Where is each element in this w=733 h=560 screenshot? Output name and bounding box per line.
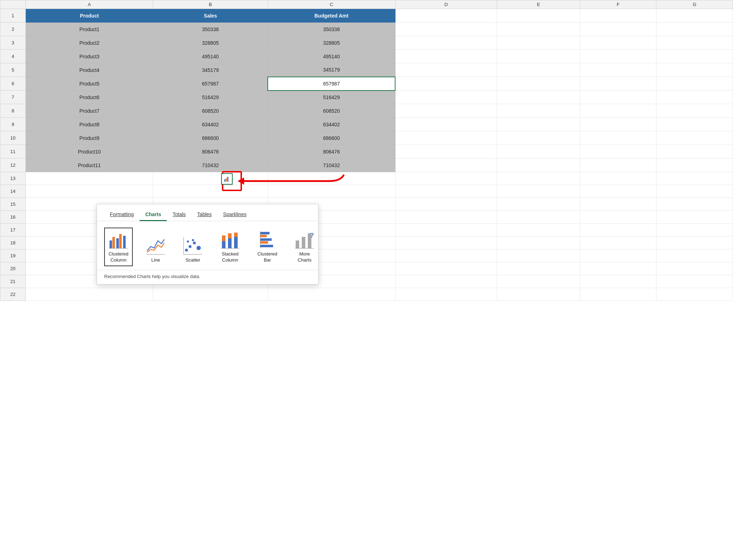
cell-a2[interactable]: Product1 [26,23,153,36]
cell-d7[interactable] [395,91,497,104]
cell-a9[interactable]: Product8 [26,118,153,131]
cell-g3[interactable] [656,36,733,50]
cell-d12[interactable] [395,159,497,172]
cell-c11[interactable]: 806476 [268,145,395,159]
cell-g6[interactable] [656,77,733,91]
cell-c9[interactable]: 634402 [268,118,395,131]
cell-e4[interactable] [497,50,580,63]
cell-e10[interactable] [497,131,580,145]
cell-f5[interactable] [580,63,656,77]
cell-c8[interactable]: 608520 [268,104,395,118]
chart-scatter[interactable]: Scatter [179,234,207,266]
cell-e2[interactable] [497,23,580,36]
tab-charts[interactable]: Charts [140,209,167,221]
cell-g12[interactable] [656,159,733,172]
cell-f1[interactable] [580,9,656,23]
chart-line[interactable]: Line [141,234,170,266]
cell-e9[interactable] [497,118,580,131]
cell-g11[interactable] [656,145,733,159]
cell-e5[interactable] [497,63,580,77]
cell-a6[interactable]: Product5 [26,77,153,91]
cell-f8[interactable] [580,104,656,118]
col-header-e[interactable]: E [497,0,580,9]
tab-formatting[interactable]: Formatting [104,209,140,221]
cell-g8[interactable] [656,104,733,118]
cell-c5[interactable]: 345179 [268,63,395,77]
cell-e6[interactable] [497,77,580,91]
cell-b5[interactable]: 345179 [153,63,268,77]
cell-c3[interactable]: 328805 [268,36,395,50]
cell-b2[interactable]: 350338 [153,23,268,36]
col-header-f[interactable]: F [580,0,656,9]
quick-analysis-button[interactable] [221,173,233,185]
cell-b3[interactable]: 328805 [153,36,268,50]
cell-f3[interactable] [580,36,656,50]
cell-d1[interactable] [395,9,497,23]
cell-f12[interactable] [580,159,656,172]
cell-b10[interactable]: 686600 [153,131,268,145]
cell-b4[interactable]: 495140 [153,50,268,63]
cell-a12[interactable]: Product11 [26,159,153,172]
cell-c12[interactable]: 710432 [268,159,395,172]
col-header-g[interactable]: G [656,0,733,9]
cell-f6[interactable] [580,77,656,91]
cell-d8[interactable] [395,104,497,118]
cell-a4[interactable]: Product3 [26,50,153,63]
cell-b8[interactable]: 608520 [153,104,268,118]
cell-d11[interactable] [395,145,497,159]
header-sales[interactable]: Sales [153,9,268,23]
cell-b9[interactable]: 634402 [153,118,268,131]
col-header-a[interactable]: A [26,0,153,9]
chart-more[interactable]: ? MoreCharts [290,228,319,266]
tab-totals[interactable]: Totals [167,209,191,221]
col-header-c[interactable]: C [268,0,395,9]
chart-clustered-column[interactable]: ClusteredColumn [104,228,133,266]
cell-f11[interactable] [580,145,656,159]
header-product[interactable]: Product [26,9,153,23]
cell-d3[interactable] [395,36,497,50]
cell-e8[interactable] [497,104,580,118]
cell-f2[interactable] [580,23,656,36]
cell-a8[interactable]: Product7 [26,104,153,118]
cell-d4[interactable] [395,50,497,63]
cell-c10[interactable]: 686600 [268,131,395,145]
cell-g4[interactable] [656,50,733,63]
cell-g10[interactable] [656,131,733,145]
cell-d5[interactable] [395,63,497,77]
cell-d10[interactable] [395,131,497,145]
cell-d6[interactable] [395,77,497,91]
cell-e12[interactable] [497,159,580,172]
cell-b12[interactable]: 710432 [153,159,268,172]
cell-c4[interactable]: 495140 [268,50,395,63]
cell-g9[interactable] [656,118,733,131]
cell-a5[interactable]: Product4 [26,63,153,77]
cell-f7[interactable] [580,91,656,104]
cell-b11[interactable]: 806476 [153,145,268,159]
tab-tables[interactable]: Tables [191,209,217,221]
cell-g7[interactable] [656,91,733,104]
cell-a3[interactable]: Product2 [26,36,153,50]
cell-b7[interactable]: 516429 [153,91,268,104]
cell-d2[interactable] [395,23,497,36]
chart-clustered-bar[interactable]: ClusteredBar [253,228,282,266]
cell-e7[interactable] [497,91,580,104]
cell-f4[interactable] [580,50,656,63]
header-budget[interactable]: Budgeted Amt [268,9,395,23]
cell-a11[interactable]: Product10 [26,145,153,159]
cell-d9[interactable] [395,118,497,131]
cell-b6[interactable]: 657987 [153,77,268,91]
cell-g2[interactable] [656,23,733,36]
cell-g1[interactable] [656,9,733,23]
cell-a7[interactable]: Product6 [26,91,153,104]
cell-a10[interactable]: Product9 [26,131,153,145]
cell-f10[interactable] [580,131,656,145]
cell-g5[interactable] [656,63,733,77]
col-header-b[interactable]: B [153,0,268,9]
col-header-d[interactable]: D [395,0,497,9]
cell-c7[interactable]: 516429 [268,91,395,104]
tab-sparklines[interactable]: Sparklines [217,209,252,221]
chart-stacked-column[interactable]: StackedColumn [216,228,244,266]
cell-c2[interactable]: 350338 [268,23,395,36]
cell-e11[interactable] [497,145,580,159]
cell-f9[interactable] [580,118,656,131]
